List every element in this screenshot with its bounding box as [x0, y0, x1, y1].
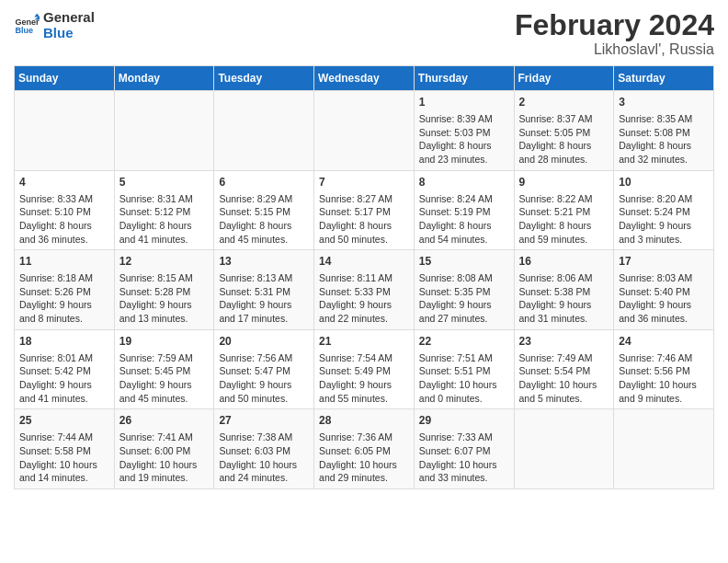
calendar-cell: 5Sunrise: 8:31 AM Sunset: 5:12 PM Daylig…	[114, 170, 214, 250]
calendar-cell: 28Sunrise: 7:36 AM Sunset: 6:05 PM Dayli…	[314, 409, 415, 489]
calendar-cell	[514, 409, 614, 489]
day-info: Sunrise: 8:24 AM Sunset: 5:19 PM Dayligh…	[419, 192, 509, 247]
day-number: 9	[519, 175, 609, 190]
calendar-cell: 7Sunrise: 8:27 AM Sunset: 5:17 PM Daylig…	[314, 170, 415, 250]
day-number: 29	[419, 413, 509, 429]
day-number: 26	[119, 413, 210, 429]
calendar-week-row: 25Sunrise: 7:44 AM Sunset: 5:58 PM Dayli…	[15, 409, 714, 489]
calendar-cell: 25Sunrise: 7:44 AM Sunset: 5:58 PM Dayli…	[15, 409, 115, 489]
day-info: Sunrise: 8:20 AM Sunset: 5:24 PM Dayligh…	[619, 192, 709, 247]
calendar-body: 1Sunrise: 8:39 AM Sunset: 5:03 PM Daylig…	[15, 91, 714, 489]
day-info: Sunrise: 8:29 AM Sunset: 5:15 PM Dayligh…	[219, 192, 309, 247]
day-number: 19	[119, 334, 210, 350]
day-info: Sunrise: 7:33 AM Sunset: 6:07 PM Dayligh…	[419, 431, 509, 485]
calendar-cell: 2Sunrise: 8:37 AM Sunset: 5:05 PM Daylig…	[514, 91, 614, 171]
day-number: 21	[319, 334, 409, 350]
calendar-cell: 24Sunrise: 7:46 AM Sunset: 5:56 PM Dayli…	[614, 329, 714, 409]
calendar-cell: 14Sunrise: 8:11 AM Sunset: 5:33 PM Dayli…	[314, 250, 415, 330]
calendar-cell: 1Sunrise: 8:39 AM Sunset: 5:03 PM Daylig…	[414, 91, 514, 171]
calendar-week-row: 11Sunrise: 8:18 AM Sunset: 5:26 PM Dayli…	[15, 250, 714, 330]
day-number: 17	[619, 254, 709, 270]
calendar-subtitle: Likhoslavl', Russia	[515, 41, 714, 58]
weekday-header-sunday: Sunday	[15, 66, 115, 91]
calendar-cell: 18Sunrise: 8:01 AM Sunset: 5:42 PM Dayli…	[15, 329, 115, 409]
calendar-cell	[214, 91, 314, 171]
calendar-cell: 12Sunrise: 8:15 AM Sunset: 5:28 PM Dayli…	[114, 250, 214, 330]
calendar-cell: 23Sunrise: 7:49 AM Sunset: 5:54 PM Dayli…	[514, 329, 614, 409]
day-info: Sunrise: 8:27 AM Sunset: 5:17 PM Dayligh…	[319, 192, 409, 247]
day-info: Sunrise: 7:36 AM Sunset: 6:05 PM Dayligh…	[319, 431, 409, 485]
day-info: Sunrise: 7:56 AM Sunset: 5:47 PM Dayligh…	[219, 351, 309, 406]
calendar-header: SundayMondayTuesdayWednesdayThursdayFrid…	[15, 66, 714, 91]
day-info: Sunrise: 8:08 AM Sunset: 5:35 PM Dayligh…	[419, 271, 509, 326]
day-info: Sunrise: 8:22 AM Sunset: 5:21 PM Dayligh…	[519, 192, 609, 247]
weekday-header-row: SundayMondayTuesdayWednesdayThursdayFrid…	[15, 66, 714, 91]
logo: General Blue General Blue	[14, 9, 95, 40]
day-info: Sunrise: 8:06 AM Sunset: 5:38 PM Dayligh…	[519, 271, 609, 326]
day-number: 20	[219, 334, 309, 350]
day-number: 11	[19, 254, 109, 270]
day-info: Sunrise: 7:41 AM Sunset: 6:00 PM Dayligh…	[119, 431, 210, 485]
day-number: 10	[619, 175, 709, 190]
day-number: 18	[19, 334, 109, 350]
day-info: Sunrise: 8:15 AM Sunset: 5:28 PM Dayligh…	[119, 271, 210, 326]
day-number: 1	[419, 95, 509, 110]
calendar-cell	[614, 409, 714, 489]
calendar-cell: 17Sunrise: 8:03 AM Sunset: 5:40 PM Dayli…	[614, 250, 714, 330]
weekday-header-thursday: Thursday	[414, 66, 514, 91]
day-number: 23	[519, 334, 609, 350]
calendar-title-block: February 2024 Likhoslavl', Russia	[515, 9, 714, 58]
logo-line1: General	[43, 9, 95, 25]
day-info: Sunrise: 7:49 AM Sunset: 5:54 PM Dayligh…	[519, 351, 609, 406]
day-number: 8	[419, 175, 509, 190]
day-number: 5	[119, 175, 210, 190]
day-number: 27	[219, 413, 309, 429]
weekday-header-saturday: Saturday	[614, 66, 714, 91]
calendar-table: SundayMondayTuesdayWednesdayThursdayFrid…	[14, 65, 714, 489]
calendar-cell	[114, 91, 214, 171]
day-info: Sunrise: 8:01 AM Sunset: 5:42 PM Dayligh…	[19, 351, 109, 406]
calendar-cell: 13Sunrise: 8:13 AM Sunset: 5:31 PM Dayli…	[214, 250, 314, 330]
calendar-cell: 4Sunrise: 8:33 AM Sunset: 5:10 PM Daylig…	[15, 170, 115, 250]
day-info: Sunrise: 7:59 AM Sunset: 5:45 PM Dayligh…	[119, 351, 210, 406]
logo-icon: General Blue	[14, 12, 40, 38]
day-info: Sunrise: 8:37 AM Sunset: 5:05 PM Dayligh…	[519, 112, 609, 167]
calendar-cell: 9Sunrise: 8:22 AM Sunset: 5:21 PM Daylig…	[514, 170, 614, 250]
weekday-header-wednesday: Wednesday	[314, 66, 415, 91]
calendar-cell	[314, 91, 415, 171]
day-info: Sunrise: 8:11 AM Sunset: 5:33 PM Dayligh…	[319, 271, 409, 326]
day-info: Sunrise: 7:44 AM Sunset: 5:58 PM Dayligh…	[19, 431, 109, 485]
calendar-cell: 20Sunrise: 7:56 AM Sunset: 5:47 PM Dayli…	[214, 329, 314, 409]
calendar-cell: 6Sunrise: 8:29 AM Sunset: 5:15 PM Daylig…	[214, 170, 314, 250]
day-info: Sunrise: 8:18 AM Sunset: 5:26 PM Dayligh…	[19, 271, 109, 326]
day-number: 16	[519, 254, 609, 270]
day-number: 4	[19, 175, 109, 190]
day-number: 3	[619, 95, 709, 110]
day-info: Sunrise: 8:13 AM Sunset: 5:31 PM Dayligh…	[219, 271, 309, 326]
calendar-week-row: 4Sunrise: 8:33 AM Sunset: 5:10 PM Daylig…	[15, 170, 714, 250]
day-info: Sunrise: 7:54 AM Sunset: 5:49 PM Dayligh…	[319, 351, 409, 406]
svg-text:Blue: Blue	[15, 26, 33, 35]
day-info: Sunrise: 8:39 AM Sunset: 5:03 PM Dayligh…	[419, 112, 509, 167]
day-number: 2	[519, 95, 609, 110]
day-number: 28	[319, 413, 409, 429]
day-info: Sunrise: 7:46 AM Sunset: 5:56 PM Dayligh…	[619, 351, 709, 406]
day-info: Sunrise: 8:03 AM Sunset: 5:40 PM Dayligh…	[619, 271, 709, 326]
calendar-cell: 8Sunrise: 8:24 AM Sunset: 5:19 PM Daylig…	[414, 170, 514, 250]
calendar-cell	[15, 91, 115, 171]
day-number: 13	[219, 254, 309, 270]
day-info: Sunrise: 7:38 AM Sunset: 6:03 PM Dayligh…	[219, 431, 309, 485]
day-number: 25	[19, 413, 109, 429]
calendar-cell: 29Sunrise: 7:33 AM Sunset: 6:07 PM Dayli…	[414, 409, 514, 489]
calendar-cell: 27Sunrise: 7:38 AM Sunset: 6:03 PM Dayli…	[214, 409, 314, 489]
calendar-cell: 16Sunrise: 8:06 AM Sunset: 5:38 PM Dayli…	[514, 250, 614, 330]
day-info: Sunrise: 8:31 AM Sunset: 5:12 PM Dayligh…	[119, 192, 210, 247]
calendar-cell: 26Sunrise: 7:41 AM Sunset: 6:00 PM Dayli…	[114, 409, 214, 489]
calendar-cell: 15Sunrise: 8:08 AM Sunset: 5:35 PM Dayli…	[414, 250, 514, 330]
day-number: 22	[419, 334, 509, 350]
day-info: Sunrise: 8:35 AM Sunset: 5:08 PM Dayligh…	[619, 112, 709, 167]
page-header: General Blue General Blue February 2024 …	[14, 9, 714, 58]
calendar-cell: 22Sunrise: 7:51 AM Sunset: 5:51 PM Dayli…	[414, 329, 514, 409]
day-info: Sunrise: 8:33 AM Sunset: 5:10 PM Dayligh…	[19, 192, 109, 247]
calendar-cell: 21Sunrise: 7:54 AM Sunset: 5:49 PM Dayli…	[314, 329, 415, 409]
